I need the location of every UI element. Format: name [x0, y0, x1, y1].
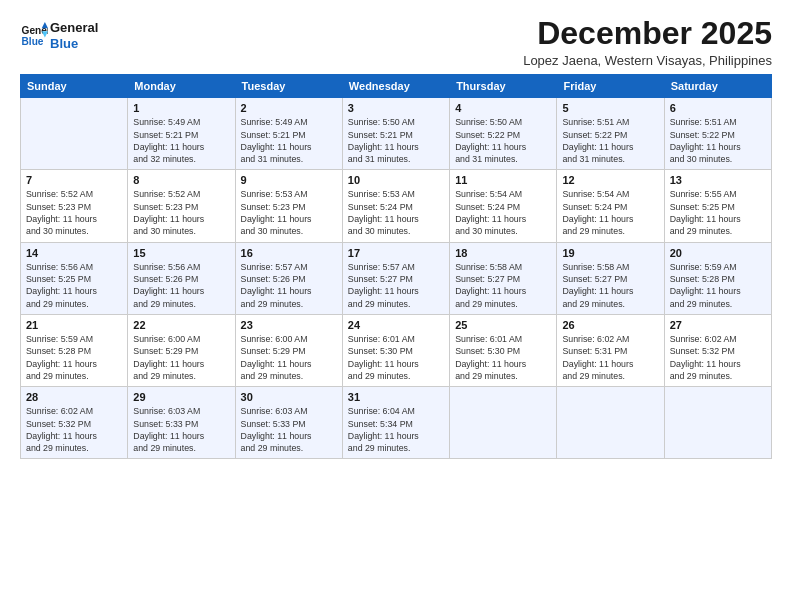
col-tuesday: Tuesday: [235, 75, 342, 98]
day-number: 5: [562, 102, 658, 114]
logo-icon: General Blue: [20, 22, 48, 50]
day-info: Sunrise: 5:50 AM Sunset: 5:22 PM Dayligh…: [455, 116, 551, 165]
day-number: 7: [26, 174, 122, 186]
day-info: Sunrise: 5:52 AM Sunset: 5:23 PM Dayligh…: [26, 188, 122, 237]
calendar-week-row: 1Sunrise: 5:49 AM Sunset: 5:21 PM Daylig…: [21, 98, 772, 170]
table-row: 27Sunrise: 6:02 AM Sunset: 5:32 PM Dayli…: [664, 314, 771, 386]
table-row: 25Sunrise: 6:01 AM Sunset: 5:30 PM Dayli…: [450, 314, 557, 386]
table-row: 12Sunrise: 5:54 AM Sunset: 5:24 PM Dayli…: [557, 170, 664, 242]
table-row: 5Sunrise: 5:51 AM Sunset: 5:22 PM Daylig…: [557, 98, 664, 170]
day-number: 28: [26, 391, 122, 403]
table-row: 31Sunrise: 6:04 AM Sunset: 5:34 PM Dayli…: [342, 387, 449, 459]
calendar-week-row: 21Sunrise: 5:59 AM Sunset: 5:28 PM Dayli…: [21, 314, 772, 386]
day-number: 14: [26, 247, 122, 259]
day-info: Sunrise: 6:03 AM Sunset: 5:33 PM Dayligh…: [133, 405, 229, 454]
col-sunday: Sunday: [21, 75, 128, 98]
table-row: 3Sunrise: 5:50 AM Sunset: 5:21 PM Daylig…: [342, 98, 449, 170]
table-row: 17Sunrise: 5:57 AM Sunset: 5:27 PM Dayli…: [342, 242, 449, 314]
table-row: 14Sunrise: 5:56 AM Sunset: 5:25 PM Dayli…: [21, 242, 128, 314]
day-number: 10: [348, 174, 444, 186]
table-row: 8Sunrise: 5:52 AM Sunset: 5:23 PM Daylig…: [128, 170, 235, 242]
table-row: 20Sunrise: 5:59 AM Sunset: 5:28 PM Dayli…: [664, 242, 771, 314]
day-number: 25: [455, 319, 551, 331]
col-thursday: Thursday: [450, 75, 557, 98]
table-row: 23Sunrise: 6:00 AM Sunset: 5:29 PM Dayli…: [235, 314, 342, 386]
col-saturday: Saturday: [664, 75, 771, 98]
table-row: 26Sunrise: 6:02 AM Sunset: 5:31 PM Dayli…: [557, 314, 664, 386]
day-info: Sunrise: 6:00 AM Sunset: 5:29 PM Dayligh…: [133, 333, 229, 382]
table-row: 13Sunrise: 5:55 AM Sunset: 5:25 PM Dayli…: [664, 170, 771, 242]
day-number: 8: [133, 174, 229, 186]
day-info: Sunrise: 6:00 AM Sunset: 5:29 PM Dayligh…: [241, 333, 337, 382]
day-number: 1: [133, 102, 229, 114]
table-row: [450, 387, 557, 459]
table-row: [664, 387, 771, 459]
day-number: 24: [348, 319, 444, 331]
day-info: Sunrise: 5:52 AM Sunset: 5:23 PM Dayligh…: [133, 188, 229, 237]
day-number: 9: [241, 174, 337, 186]
day-info: Sunrise: 6:04 AM Sunset: 5:34 PM Dayligh…: [348, 405, 444, 454]
logo-text: General Blue: [50, 20, 98, 51]
table-row: [21, 98, 128, 170]
table-row: 18Sunrise: 5:58 AM Sunset: 5:27 PM Dayli…: [450, 242, 557, 314]
day-number: 27: [670, 319, 766, 331]
calendar-week-row: 7Sunrise: 5:52 AM Sunset: 5:23 PM Daylig…: [21, 170, 772, 242]
day-info: Sunrise: 5:54 AM Sunset: 5:24 PM Dayligh…: [562, 188, 658, 237]
day-info: Sunrise: 6:01 AM Sunset: 5:30 PM Dayligh…: [455, 333, 551, 382]
day-number: 16: [241, 247, 337, 259]
page: General Blue General Blue December 2025 …: [0, 0, 792, 612]
day-number: 11: [455, 174, 551, 186]
day-number: 31: [348, 391, 444, 403]
day-number: 22: [133, 319, 229, 331]
day-number: 26: [562, 319, 658, 331]
day-info: Sunrise: 5:57 AM Sunset: 5:26 PM Dayligh…: [241, 261, 337, 310]
day-number: 15: [133, 247, 229, 259]
calendar-week-row: 28Sunrise: 6:02 AM Sunset: 5:32 PM Dayli…: [21, 387, 772, 459]
subtitle: Lopez Jaena, Western Visayas, Philippine…: [523, 53, 772, 68]
day-info: Sunrise: 5:56 AM Sunset: 5:25 PM Dayligh…: [26, 261, 122, 310]
calendar-table: Sunday Monday Tuesday Wednesday Thursday…: [20, 74, 772, 459]
day-info: Sunrise: 5:55 AM Sunset: 5:25 PM Dayligh…: [670, 188, 766, 237]
day-info: Sunrise: 6:01 AM Sunset: 5:30 PM Dayligh…: [348, 333, 444, 382]
title-section: December 2025 Lopez Jaena, Western Visay…: [523, 16, 772, 68]
calendar-header-row: Sunday Monday Tuesday Wednesday Thursday…: [21, 75, 772, 98]
col-friday: Friday: [557, 75, 664, 98]
day-info: Sunrise: 5:49 AM Sunset: 5:21 PM Dayligh…: [241, 116, 337, 165]
day-number: 23: [241, 319, 337, 331]
day-number: 20: [670, 247, 766, 259]
logo: General Blue General Blue: [20, 20, 98, 51]
page-header: General Blue General Blue December 2025 …: [20, 16, 772, 68]
col-wednesday: Wednesday: [342, 75, 449, 98]
day-number: 6: [670, 102, 766, 114]
table-row: 24Sunrise: 6:01 AM Sunset: 5:30 PM Dayli…: [342, 314, 449, 386]
day-number: 30: [241, 391, 337, 403]
table-row: 1Sunrise: 5:49 AM Sunset: 5:21 PM Daylig…: [128, 98, 235, 170]
day-number: 4: [455, 102, 551, 114]
day-info: Sunrise: 6:02 AM Sunset: 5:32 PM Dayligh…: [26, 405, 122, 454]
table-row: 9Sunrise: 5:53 AM Sunset: 5:23 PM Daylig…: [235, 170, 342, 242]
day-number: 21: [26, 319, 122, 331]
table-row: 11Sunrise: 5:54 AM Sunset: 5:24 PM Dayli…: [450, 170, 557, 242]
calendar-week-row: 14Sunrise: 5:56 AM Sunset: 5:25 PM Dayli…: [21, 242, 772, 314]
table-row: 28Sunrise: 6:02 AM Sunset: 5:32 PM Dayli…: [21, 387, 128, 459]
table-row: 16Sunrise: 5:57 AM Sunset: 5:26 PM Dayli…: [235, 242, 342, 314]
table-row: 6Sunrise: 5:51 AM Sunset: 5:22 PM Daylig…: [664, 98, 771, 170]
table-row: 10Sunrise: 5:53 AM Sunset: 5:24 PM Dayli…: [342, 170, 449, 242]
table-row: 19Sunrise: 5:58 AM Sunset: 5:27 PM Dayli…: [557, 242, 664, 314]
table-row: 2Sunrise: 5:49 AM Sunset: 5:21 PM Daylig…: [235, 98, 342, 170]
day-number: 13: [670, 174, 766, 186]
day-info: Sunrise: 5:59 AM Sunset: 5:28 PM Dayligh…: [670, 261, 766, 310]
table-row: 15Sunrise: 5:56 AM Sunset: 5:26 PM Dayli…: [128, 242, 235, 314]
day-info: Sunrise: 5:53 AM Sunset: 5:23 PM Dayligh…: [241, 188, 337, 237]
table-row: 22Sunrise: 6:00 AM Sunset: 5:29 PM Dayli…: [128, 314, 235, 386]
day-number: 12: [562, 174, 658, 186]
table-row: 29Sunrise: 6:03 AM Sunset: 5:33 PM Dayli…: [128, 387, 235, 459]
day-number: 29: [133, 391, 229, 403]
day-info: Sunrise: 5:53 AM Sunset: 5:24 PM Dayligh…: [348, 188, 444, 237]
day-number: 3: [348, 102, 444, 114]
table-row: [557, 387, 664, 459]
svg-text:Blue: Blue: [22, 35, 44, 46]
day-info: Sunrise: 5:57 AM Sunset: 5:27 PM Dayligh…: [348, 261, 444, 310]
day-info: Sunrise: 5:49 AM Sunset: 5:21 PM Dayligh…: [133, 116, 229, 165]
table-row: 21Sunrise: 5:59 AM Sunset: 5:28 PM Dayli…: [21, 314, 128, 386]
